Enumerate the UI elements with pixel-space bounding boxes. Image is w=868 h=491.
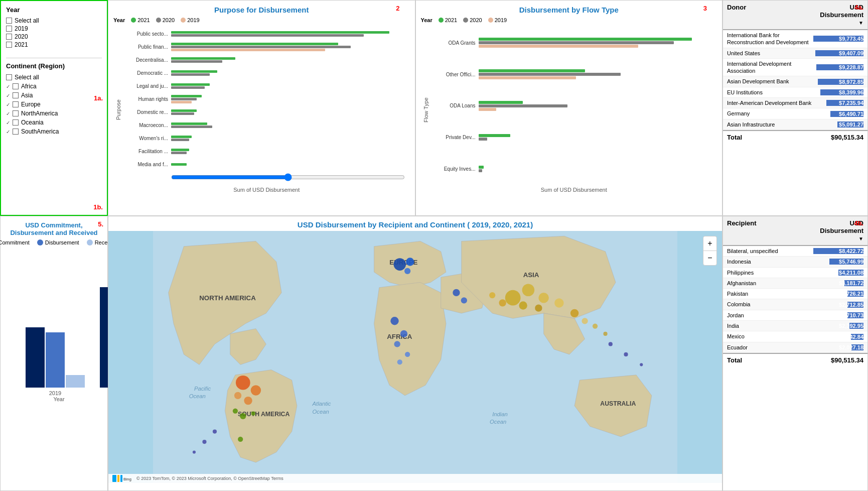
commitment-bars: 201920202021 [26, 256, 92, 396]
donor-amount: $8,972.85 [813, 79, 863, 85]
continent-southamerica[interactable]: ✓ SouthAmerica [6, 127, 102, 136]
flow-year-label: Year [421, 17, 432, 23]
bar-segment [171, 34, 364, 37]
donor-amount: $8,399.96 [813, 89, 863, 95]
map-dot-eu2 [406, 258, 414, 266]
year-2020[interactable]: 2020 [6, 33, 102, 41]
year-2019-label: 2019 [15, 25, 28, 32]
map-dot-as12 [603, 332, 607, 336]
year-2021[interactable]: 2021 [6, 41, 102, 49]
purpose-legend-2021-label: 2021 [137, 17, 150, 23]
bar-group [171, 57, 402, 63]
continent-northamerica[interactable]: ✓ NorthAmerica [6, 109, 102, 118]
asia-continent-label: ASIA [523, 271, 539, 279]
flow-panel-number: 3 [703, 5, 707, 12]
donor-table-row: Inter-American Development Bank$7,235.94 [723, 98, 867, 108]
bar-label: Media and f... [123, 162, 171, 167]
map-dot-eu1 [393, 258, 406, 271]
commitment-chart-area: 201920202021 Year [6, 251, 102, 426]
bar-segment [171, 139, 189, 141]
zoom-control[interactable]: + − [703, 236, 717, 266]
recipient-name: Afghanistan [727, 280, 813, 287]
bar-segment [171, 73, 210, 76]
africa-checkbox[interactable] [13, 83, 19, 89]
continent-oceania[interactable]: ✓ Oceania [6, 118, 102, 127]
flow-bar-row: Private Dev... [431, 131, 710, 145]
flow-x-label: Sum of USD Disbursement [431, 187, 717, 193]
map-dot-sa-purple3 [193, 450, 196, 453]
bar-label: Legal and ju... [123, 83, 171, 89]
northamerica-checkbox[interactable] [13, 110, 19, 116]
flow-title: Disbursement by Flow Type [421, 6, 717, 14]
map-dot-sa7 [251, 412, 255, 416]
year-select-all-checkbox[interactable] [6, 18, 12, 24]
disbursement-dot [37, 239, 43, 245]
purpose-year-label: Year [113, 17, 125, 23]
continent-europe[interactable]: ✓ Europe [6, 100, 102, 109]
recipient-sort-arrow[interactable]: ▼ [858, 236, 863, 241]
donor-amount-text: $7,235.94 [839, 100, 863, 106]
flow-chart-container: Flow Type ODA GrantsOther Offici...ODA L… [421, 27, 717, 193]
flow-bar-group [479, 69, 710, 79]
europe-checkbox[interactable] [13, 101, 19, 107]
flow-bar-group [479, 38, 710, 48]
map-dot-eu3 [404, 268, 410, 274]
donor-table-header: Donor USD Disbursement ▼ [723, 1, 867, 30]
map-dot-as5 [535, 305, 542, 312]
map-dot-as4 [519, 301, 527, 309]
map-dot-as7 [499, 299, 506, 306]
continent-select-all-checkbox[interactable] [6, 74, 12, 80]
recipient-table-row: Mexico$2,142.84 [723, 331, 867, 342]
map-dot-as-purple2 [624, 352, 628, 356]
recipient-table-row: Indonesia$5,746.99 [723, 257, 867, 267]
map-panel: USD Disbursement by Recipient and Contin… [108, 216, 722, 491]
bar-label: Domestic re... [123, 109, 171, 115]
oceania-checkbox[interactable] [13, 119, 19, 126]
continent-select-all[interactable]: Select all [6, 73, 102, 82]
asia-checkbox[interactable] [13, 92, 19, 98]
year-2021-checkbox[interactable] [6, 42, 12, 48]
map-dot-as11 [593, 323, 598, 328]
atlantic-ocean-label: Atlantic [312, 401, 331, 407]
continent-asia[interactable]: ✓ Asia [6, 91, 102, 100]
purpose-slider[interactable] [171, 173, 405, 181]
recipient-name: Philippines [727, 269, 813, 276]
year-filter-title: Year [6, 6, 102, 14]
map-copyright: © 2023 TomTom, © 2023 Microsoft Corporat… [136, 476, 283, 481]
flow-bar-segment [479, 38, 692, 41]
southamerica-checkbox[interactable] [13, 129, 19, 135]
northamerica-chevron: ✓ [6, 111, 10, 116]
year-select-all-label: Select all [15, 17, 39, 24]
map-dot-sa5 [233, 408, 238, 413]
flow-bar-label: ODA Grants [431, 40, 479, 46]
recipient-amount-text: $2,726.21 [839, 291, 863, 297]
continent-africa[interactable]: ✓ Africa [6, 82, 102, 91]
map-dot-sa2 [251, 385, 261, 395]
donor-amount-text: $9,407.09 [839, 50, 863, 56]
zoom-out-button[interactable]: − [703, 251, 717, 265]
map-dot-sa8 [238, 437, 243, 442]
year-2019-checkbox[interactable] [6, 26, 12, 32]
bar-segment [171, 49, 325, 51]
svg-rect-1 [117, 475, 119, 482]
africa-continent-label: AFRICA [387, 333, 412, 340]
donor-name: International Development Association [727, 60, 813, 75]
purpose-slider-container[interactable] [171, 171, 410, 185]
donor-col1-header: Donor [727, 4, 813, 26]
year-2019[interactable]: 2019 [6, 25, 102, 33]
year-select-all[interactable]: Select all [6, 17, 102, 25]
year-2020-checkbox[interactable] [6, 34, 12, 40]
purpose-chart-container: Purpose Public secto...Public finan...De… [113, 27, 410, 193]
map-dot-as2 [522, 284, 535, 297]
map-title: USD Disbursement by Recipient and Contin… [108, 216, 722, 231]
pacific-ocean-label2: Ocean [189, 393, 206, 399]
oceania-chevron: ✓ [6, 120, 10, 126]
donor-amount-text: $6,490.71 [839, 111, 863, 117]
donor-sort-arrow[interactable]: ▼ [858, 20, 863, 26]
purpose-legend: Year 2021 2020 2019 [113, 17, 410, 23]
recipient-table-row: India$2,392.95 [723, 321, 867, 331]
map-dot-af3 [394, 341, 400, 347]
commitment-legend-commitment: Commitment [0, 239, 30, 245]
purpose-legend-2020-label: 2020 [163, 17, 175, 23]
zoom-in-button[interactable]: + [703, 236, 717, 251]
